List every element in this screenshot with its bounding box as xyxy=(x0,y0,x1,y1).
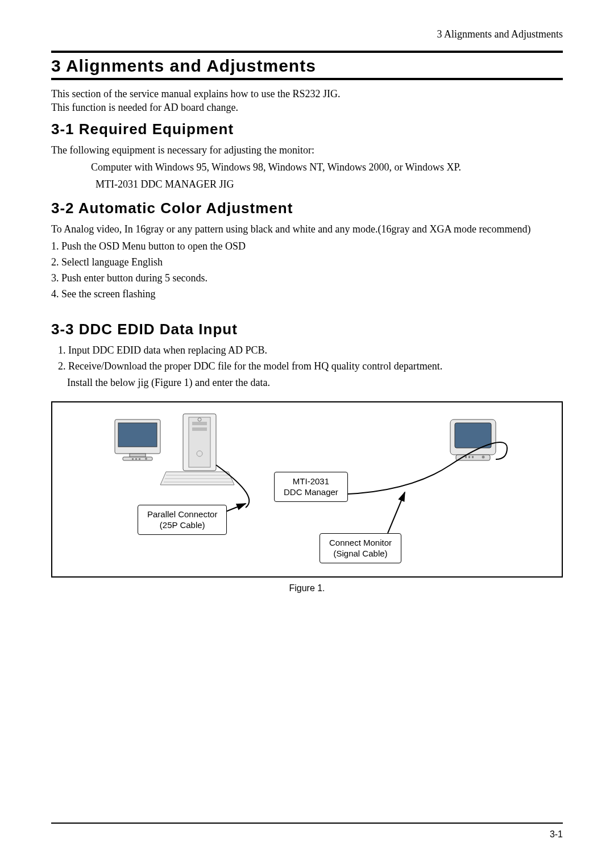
sec31-item-2: MTI-2031 DDC MANAGER JIG xyxy=(96,177,563,192)
sec32-steps: 1. Push the OSD Menu button to open the … xyxy=(51,239,563,301)
sec32-step-1: 1. Push the OSD Menu button to open the … xyxy=(51,239,563,254)
svg-rect-1 xyxy=(118,423,157,447)
svg-rect-4 xyxy=(132,458,134,460)
label-mti-line1: MTI-2031 xyxy=(293,476,329,486)
section-3-3-title: 3-3 DDC EDID Data Input xyxy=(51,321,563,338)
sec32-lead: To Analog video, In 16gray or any patter… xyxy=(51,222,563,236)
sec33-step-1: 1. Input DDC EDID data when replacing AD… xyxy=(58,343,563,358)
svg-rect-25 xyxy=(468,456,470,458)
svg-rect-26 xyxy=(472,456,474,458)
page-number: 3-1 xyxy=(550,829,563,840)
svg-line-28 xyxy=(388,492,405,533)
svg-rect-6 xyxy=(139,458,140,460)
svg-rect-22 xyxy=(455,423,491,448)
label-parallel-line2: (25P Cable) xyxy=(160,520,205,530)
sec32-step-2: 2. Selectl language English xyxy=(51,255,563,269)
sec33-step-2b: Install the below jig (Figure 1) and ent… xyxy=(67,375,563,390)
intro-line-1: This section of the service manual expla… xyxy=(51,88,340,99)
sec33-step-2: 2. Receive/Download the proper DDC file … xyxy=(58,359,563,373)
intro-paragraph: This section of the service manual expla… xyxy=(51,87,563,115)
running-header: 3 Alignments and Adjustments xyxy=(51,28,563,40)
label-connect-line2: (Signal Cable) xyxy=(334,549,388,558)
label-parallel-line1: Parallel Connector xyxy=(147,509,217,519)
svg-rect-2 xyxy=(130,454,146,457)
figure-1-container: Parallel Connector (25P Cable) MTI-2031 … xyxy=(51,401,563,578)
sec31-item-1: Computer with Windows 95, Windows 98, Wi… xyxy=(91,160,563,175)
svg-rect-11 xyxy=(192,427,207,431)
svg-point-7 xyxy=(145,458,147,460)
rule-title-underline xyxy=(51,78,563,80)
sec31-lead: The following equipment is necessary for… xyxy=(51,143,563,157)
label-mti-line2: DDC Manager xyxy=(284,487,338,497)
sec32-step-4: 4. See the screen flashing xyxy=(51,286,563,301)
section-3-2-title: 3-2 Automatic Color Adjustment xyxy=(51,200,563,217)
svg-rect-10 xyxy=(192,422,207,425)
lcd-monitor-icon xyxy=(115,420,160,460)
keyboard-icon xyxy=(160,472,234,485)
svg-line-17 xyxy=(226,504,246,512)
figure-label-parallel-connector: Parallel Connector (25P Cable) xyxy=(138,505,227,535)
intro-line-2: This function is needed for AD board cha… xyxy=(51,102,238,113)
section-3-1-title: 3-1 Required Equipment xyxy=(51,121,563,138)
chapter-title: 3 Alignments and Adjustments xyxy=(51,53,563,78)
pc-tower-icon xyxy=(183,414,216,471)
label-connect-line1: Connect Monitor xyxy=(329,538,392,547)
svg-point-27 xyxy=(482,455,485,458)
svg-rect-5 xyxy=(135,458,137,460)
sec33-steps: 1. Input DDC EDID data when replacing AD… xyxy=(51,343,563,389)
figure-label-connect-monitor: Connect Monitor (Signal Cable) xyxy=(320,533,401,563)
sec32-step-3: 3. Push enter button during 5 seconds. xyxy=(51,271,563,285)
crt-monitor-icon xyxy=(450,420,496,460)
figure-1-caption: Figure 1. xyxy=(51,583,563,593)
svg-rect-3 xyxy=(123,457,152,460)
figure-label-mti-2031: MTI-2031 DDC Manager xyxy=(274,472,348,502)
footer-rule xyxy=(51,823,563,824)
